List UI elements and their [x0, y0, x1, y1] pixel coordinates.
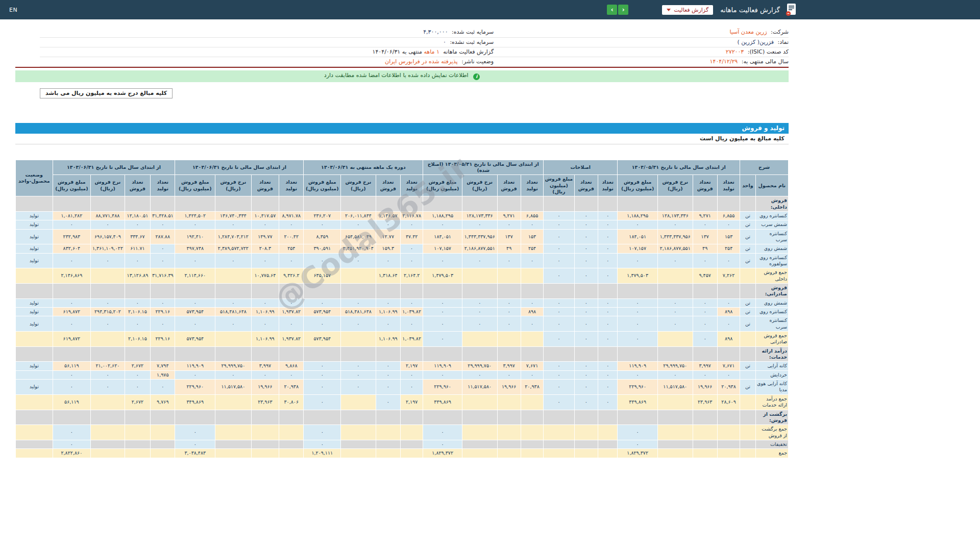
value-cell: ۵۱۸,۴۸۱,۶۴۸ — [341, 308, 376, 316]
topbar: گزارش فعالیت ماهانه گزارش فعالیت › ‹ EN — [0, 0, 980, 19]
nav-arrow-left-button[interactable]: ‹ — [607, 5, 617, 15]
unit-cell — [740, 410, 755, 425]
table-row: شمش سربتن۰۰۰۰۰۰۰۰۰۰۰۰۰۰۰۰۰۰۰۰۰۰۰تولید — [16, 220, 789, 229]
value-cell: ۰ — [574, 332, 598, 347]
production-table: شرحاز ابتدای سال مالی تا تاریخ ۱۴۰۴/۰۵/۳… — [15, 160, 789, 458]
value-cell — [598, 196, 618, 212]
value-cell: ۰ — [376, 370, 400, 379]
value-cell: ۶۱۱.۷۱ — [125, 244, 150, 253]
value-cell — [693, 449, 717, 458]
value-cell — [279, 410, 304, 425]
value-cell: ۰ — [462, 370, 497, 379]
value-cell: ۰ — [401, 298, 423, 307]
report-type-dropdown[interactable]: گزارش فعالیت — [662, 5, 713, 15]
value-cell: ۰ — [215, 253, 252, 268]
value-cell: ۰ — [53, 316, 91, 332]
value-cell: ۹,۷۶۹ — [151, 394, 175, 410]
table-row: جمع درآمد ارائه خدمات۲۸,۶۰۹۲۳,۹۶۳۳۴۹,۸۶۹… — [16, 394, 789, 410]
value-cell — [574, 440, 598, 448]
product-name: جمع فروش صادراتی — [755, 332, 789, 347]
value-cell — [125, 425, 150, 440]
issuer-status-label: وضعیت ناشر: — [461, 58, 494, 65]
product-name: کنسانتره سرب — [755, 229, 789, 244]
value-cell — [658, 332, 693, 347]
value-cell: ۰ — [304, 440, 341, 448]
value-cell: ۰ — [215, 316, 252, 332]
column-header: مبلغ فروش (میلیون ریال) — [423, 175, 462, 196]
language-toggle-en[interactable]: EN — [9, 7, 17, 13]
value-cell: ۳۱,۷۱۶.۳۹ — [151, 268, 175, 284]
nav-arrow-right-button[interactable]: › — [618, 5, 628, 15]
value-cell: ۰ — [618, 370, 658, 379]
value-cell: ۰ — [279, 220, 304, 229]
value-cell: ۰ — [598, 394, 618, 410]
value-cell: ۰ — [598, 316, 618, 332]
column-header: نرخ فروش (ریال) — [91, 175, 125, 196]
value-cell — [341, 410, 376, 425]
value-cell — [341, 440, 376, 448]
value-cell: ۱,۹۷۵ — [151, 370, 175, 379]
unit-cell: تن — [740, 298, 755, 307]
value-cell: ۰ — [658, 298, 693, 307]
value-cell — [618, 284, 658, 299]
company-name-link[interactable]: زرین معدن آسیا — [729, 29, 767, 35]
value-cell — [215, 284, 252, 299]
table-row: کنسانتره روی سولفورهتن۰۰۰۰۰۰۰۰۰۰۰۰۰۰۰۰۰۰… — [16, 253, 789, 268]
column-group-header: از ابتدای سال مالی تا تاریخ ۱۴۰۴/۰۵/۳۱ — [618, 160, 740, 175]
value-cell: ۰ — [341, 298, 376, 307]
value-cell — [658, 346, 693, 362]
value-cell — [279, 196, 304, 212]
value-cell: ۰ — [376, 253, 400, 268]
unit-cell — [740, 332, 755, 347]
value-cell — [497, 284, 521, 299]
column-header: مبلغ فروش (میلیون ریال) — [544, 175, 574, 196]
value-cell: ۰ — [304, 380, 341, 395]
value-cell: ۰ — [462, 308, 497, 316]
column-header: مبلغ فروش (میلیون ریال) — [304, 175, 341, 196]
value-cell: ۰ — [574, 298, 598, 307]
value-cell — [91, 449, 125, 458]
value-cell: ۰ — [376, 316, 400, 332]
info-row-fiscal-year: سال مالی منتهی به: ۱۴۰۴/۱۲/۲۹ وضعیت ناشر… — [40, 57, 789, 66]
value-cell: ۰ — [544, 308, 574, 316]
info-icon: i — [473, 73, 480, 80]
value-cell: ۲,۱۱۶.۷۸ — [401, 211, 423, 220]
value-cell: ۰ — [125, 253, 150, 268]
value-cell — [251, 196, 279, 212]
product-name: کنسانتره روی سولفوره — [755, 253, 789, 268]
column-header: تعداد فروش — [497, 175, 521, 196]
value-cell: ۲,۶۷۲ — [125, 362, 150, 370]
value-cell: ۶۱۹,۸۷۲ — [53, 308, 91, 316]
value-cell: ۷,۶۷۱ — [717, 362, 740, 370]
value-cell: ۲,۶۷۲ — [125, 394, 150, 410]
value-cell: ۰ — [125, 370, 150, 379]
section-label: برگشت از فروش: — [755, 410, 789, 425]
value-cell — [693, 425, 717, 440]
value-cell: ۰ — [215, 370, 252, 379]
value-cell: ۲۳,۹۶۳ — [251, 394, 279, 410]
value-cell — [215, 440, 252, 448]
page-title: گزارش فعالیت ماهانه — [720, 6, 780, 14]
product-name: خردایش — [755, 370, 789, 379]
signature-match-text: اطلاعات نمایش داده شده با اطلاعات امضا ش… — [324, 72, 469, 79]
value-cell — [279, 440, 304, 448]
value-cell: ۱۴۹.۷۷ — [251, 229, 279, 244]
value-cell: ۰ — [717, 298, 740, 307]
value-cell — [175, 346, 215, 362]
value-cell — [544, 425, 574, 440]
value-cell: ۰ — [521, 316, 543, 332]
unit-cell — [740, 268, 755, 284]
value-cell: ۰ — [521, 220, 543, 229]
value-cell: ۱,۱۸۸,۲۹۵ — [618, 211, 658, 220]
signature-match-banner: i اطلاعات نمایش داده شده با اطلاعات امضا… — [15, 70, 789, 82]
table-row: شمش رویتن۲۵۴۴۹۲,۱۸۶,۸۷۷,۵۵۱۱۰۷,۱۵۷۰۰۰۲۵۴… — [16, 244, 789, 253]
million-rial-note: کلیه مبالغ درج شده به میلیون ریال می باش… — [40, 88, 173, 98]
value-cell: ۲۰,۹۳۸ — [279, 380, 304, 395]
unit-cell: تن — [740, 380, 755, 395]
value-cell: ۵۱۸,۴۸۱,۶۴۸ — [215, 308, 252, 316]
value-cell: ۰ — [717, 316, 740, 332]
value-cell: ۰ — [401, 220, 423, 229]
value-cell: ۰ — [598, 362, 618, 370]
unit-cell: تن — [740, 229, 755, 244]
value-cell: ۰ — [251, 220, 279, 229]
